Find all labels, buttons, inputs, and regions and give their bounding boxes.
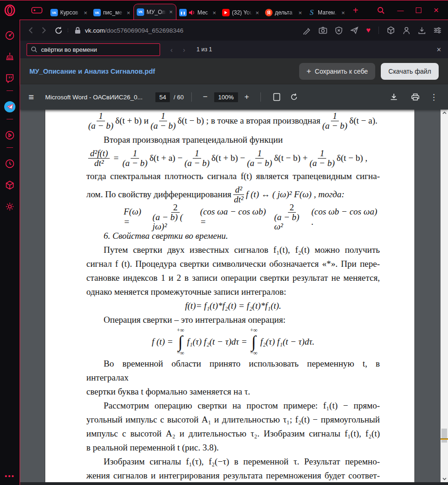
tab-close-icon[interactable]: × (212, 9, 217, 16)
paragraph: Рассмотрим операцию свертки на простом п… (86, 399, 380, 413)
doc-filename-link[interactable]: МУ_Описание и Анализ Сигналов.pdf (29, 68, 155, 75)
cleaner-broom-icon[interactable] (4, 51, 15, 62)
new-tab-button[interactable]: + (353, 6, 358, 15)
tab-close-icon[interactable]: × (83, 9, 88, 16)
paragraph-with-fraction: лом. По свойству дифференцирования d²dt²… (86, 183, 380, 206)
media-pause-icon[interactable]: ❚❚ (179, 9, 187, 16)
sliders-settings-icon[interactable] (434, 27, 441, 34)
snapshot-camera-icon[interactable] (319, 27, 327, 34)
paragraph: угольный импульс с высотой A₁ и длительн… (86, 413, 380, 427)
tab-kursov[interactable]: VK Курсов × (48, 6, 91, 20)
tab-media[interactable]: ❚❚ Мес × (176, 6, 219, 20)
scroll-up-icon[interactable] (441, 110, 448, 116)
save-button-label: Сохранить к себе (315, 68, 368, 75)
tab-close-icon[interactable]: × (341, 9, 345, 16)
find-match-marker (441, 438, 448, 440)
crypto-box-icon[interactable] (387, 26, 395, 35)
browser-content: ⁞ vk.com/doc576069094_652698346 (20, 20, 448, 485)
find-close-icon[interactable]: ✕ (436, 46, 441, 53)
paragraph: становке индексов 1 и 2 в записи операци… (86, 271, 380, 285)
extensions-cube-icon[interactable] (4, 180, 15, 191)
vk-icon: VK (137, 8, 144, 16)
shield-block-icon[interactable] (335, 27, 343, 35)
tab-close-icon[interactable]: × (298, 9, 302, 16)
tab-label: Мес (197, 9, 210, 16)
tab-youtube[interactable]: (32) You × (219, 6, 262, 20)
back-icon[interactable] (28, 27, 33, 34)
scrollbar[interactable] (441, 110, 448, 485)
pdf-download-icon[interactable] (390, 93, 398, 101)
find-input-box[interactable] (27, 43, 160, 56)
opera-menu-button[interactable] (4, 4, 16, 16)
minimize-button[interactable]: — (397, 7, 404, 14)
rotate-icon[interactable] (290, 93, 298, 101)
find-prev-icon[interactable]: ‹ (170, 46, 173, 54)
sidebar-divider (7, 147, 13, 148)
pdf-menu-icon[interactable]: ≡ (28, 92, 34, 103)
settings-gear-icon[interactable] (4, 201, 15, 212)
telegram-icon[interactable] (4, 101, 15, 112)
forward-icon[interactable] (42, 27, 46, 34)
download-button-label: Скачать файл (388, 68, 431, 75)
zoom-level: 100% (214, 92, 238, 102)
find-next-icon[interactable]: › (183, 46, 185, 54)
vk-icon: VK (50, 9, 58, 16)
sidebar-divider (7, 119, 13, 119)
tab-close-icon[interactable]: × (168, 8, 173, 15)
vk-doc-header: МУ_Описание и Анализ Сигналов.pdf + Сохр… (20, 58, 448, 84)
print-icon[interactable] (411, 93, 420, 101)
find-input[interactable] (41, 46, 156, 53)
formula-line: 1(a − b) δ(t + b) и 1(a − b) δ(t − b) ; … (86, 111, 380, 131)
gx-speeddial-button[interactable] (29, 4, 45, 16)
page-number-input[interactable]: 54 (155, 92, 169, 102)
formula-spectral-density: F(ω) = 2(a − b) ( jω)² (cos ωa − cos ωb)… (86, 206, 380, 228)
downloads-tray-icon[interactable] (418, 27, 426, 35)
gx-sidebar: ••• (0, 20, 20, 485)
history-clock-icon[interactable] (4, 158, 15, 169)
edit-badge-icon[interactable] (303, 27, 311, 35)
tab-search-icon[interactable] (377, 7, 385, 14)
close-window-button[interactable]: × (434, 5, 439, 15)
tab-label: пис_ме (103, 9, 124, 16)
pdf-viewer: 1(a − b) δ(t + b) и 1(a − b) δ(t − b) ; … (20, 110, 448, 485)
url-field[interactable]: vk.com/doc576069094_652698346 (75, 27, 183, 34)
tab-close-icon[interactable]: × (255, 9, 259, 16)
speedometer-icon[interactable] (4, 30, 15, 41)
send-plane-icon[interactable] (350, 27, 358, 34)
lock-icon[interactable] (75, 27, 81, 34)
tab-label: Курсов (60, 9, 81, 16)
tab-pisme[interactable]: VK пис_ме × (91, 6, 133, 20)
paragraph: жения сигналов и интегрирования результа… (86, 469, 380, 483)
favorites-heart-icon[interactable]: ♥ (366, 26, 371, 35)
sidebar-more-icon[interactable]: ••• (5, 472, 15, 480)
profile-person-icon[interactable] (403, 27, 410, 35)
browser-window: VK Курсов × VK пис_ме × VK МУ_Опи × ❚❚ (0, 0, 448, 485)
play-circle-icon[interactable] (4, 130, 15, 141)
speaker-icon (189, 10, 195, 15)
address-bar: ⁞ vk.com/doc576069094_652698346 (20, 20, 448, 41)
paragraph: Во временной области принято использоват… (86, 357, 380, 385)
tab-yandex[interactable]: Я дельта × (262, 6, 305, 20)
tab-matem[interactable]: S Матем. × (305, 6, 348, 20)
formula-convolution-integral: f (t) = +∞∫−∞ f₁(τ) f₂(t − τ)dτ = +∞∫−∞ … (86, 327, 380, 357)
paragraph: в реальной переменной t (рис. 3.8). (86, 441, 380, 455)
twitch-icon[interactable] (4, 73, 15, 84)
s-icon: S (308, 9, 315, 16)
plus-icon: + (307, 67, 311, 76)
paragraph: Путем свертки двух известных сигналов f₁… (86, 243, 380, 257)
fit-page-icon[interactable] (273, 93, 280, 101)
find-bar: ‹ › 1 из 1 ✕ (20, 41, 448, 58)
scroll-down-icon[interactable] (441, 476, 448, 482)
tab-mu-opisanie-active[interactable]: VK МУ_Опи × (133, 4, 176, 20)
scrollbar-thumb[interactable] (441, 429, 447, 443)
reload-icon[interactable] (55, 27, 63, 35)
zoom-out-button[interactable]: − (199, 92, 211, 102)
more-options-icon[interactable]: ⋮ (428, 92, 440, 102)
page-total: / 60 (174, 94, 184, 101)
download-file-button[interactable]: Скачать файл (381, 63, 439, 80)
save-to-self-button[interactable]: + Сохранить к себе (299, 63, 376, 80)
zoom-in-button[interactable]: + (241, 92, 253, 102)
paragraph: импульс с высотой A₂ и длительностью τ₂.… (86, 427, 380, 441)
tab-close-icon[interactable]: × (126, 9, 131, 16)
maximize-button[interactable] (416, 7, 421, 13)
